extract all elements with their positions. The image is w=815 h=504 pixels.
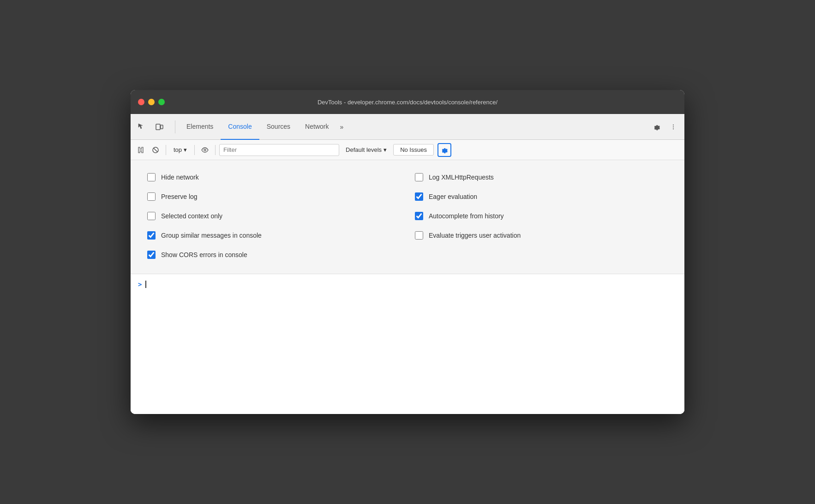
hide-network-label[interactable]: Hide network: [161, 174, 199, 181]
selected-context-checkbox[interactable]: [147, 212, 156, 220]
tabs-right-controls: [649, 120, 681, 134]
device-toggle-button[interactable]: [152, 120, 167, 134]
eager-eval-item: Eager evaluation: [408, 187, 675, 206]
traffic-lights: [138, 99, 165, 105]
group-similar-item: Group similar messages in console: [140, 226, 408, 245]
preserve-log-label[interactable]: Preserve log: [161, 193, 198, 200]
evaluate-triggers-item: Evaluate triggers user activation: [408, 226, 675, 245]
log-xml-item: Log XMLHttpRequests: [408, 168, 675, 187]
console-cursor: [145, 281, 146, 288]
group-similar-label[interactable]: Group similar messages in console: [161, 232, 262, 239]
context-selector[interactable]: top ▾: [170, 144, 191, 155]
log-xml-label[interactable]: Log XMLHttpRequests: [429, 174, 494, 181]
inspect-element-button[interactable]: [134, 120, 149, 134]
titlebar: DevTools - developer.chrome.com/docs/dev…: [131, 90, 684, 114]
filter-input[interactable]: [219, 144, 339, 156]
svg-point-2: [673, 124, 674, 125]
eager-eval-checkbox[interactable]: [415, 192, 423, 201]
group-similar-checkbox[interactable]: [147, 231, 156, 240]
toolbar-divider-1: [166, 145, 166, 155]
selected-context-item: Selected context only: [140, 206, 408, 226]
toolbar-icons: [134, 120, 167, 134]
eager-eval-label[interactable]: Eager evaluation: [429, 193, 477, 200]
svg-rect-1: [161, 125, 163, 129]
no-issues-button[interactable]: No Issues: [393, 144, 434, 156]
tabs-bar: Elements Console Sources Network »: [131, 114, 684, 140]
svg-line-8: [154, 148, 158, 152]
settings-left-column: Hide network Preserve log Selected conte…: [140, 168, 408, 264]
console-toolbar: top ▾ Default levels ▾ No Issues: [131, 140, 684, 160]
settings-grid: Hide network Preserve log Selected conte…: [131, 160, 684, 274]
eye-button[interactable]: [198, 144, 211, 156]
tab-divider: [175, 120, 175, 133]
selected-context-label[interactable]: Selected context only: [161, 212, 222, 220]
tab-console[interactable]: Console: [221, 114, 259, 140]
settings-right-column: Log XMLHttpRequests Eager evaluation Aut…: [408, 168, 675, 264]
log-levels-button[interactable]: Default levels ▾: [341, 144, 391, 155]
svg-point-9: [204, 149, 206, 151]
preserve-log-checkbox[interactable]: [147, 192, 156, 201]
console-output-area: [131, 294, 684, 414]
log-xml-checkbox[interactable]: [415, 173, 423, 181]
svg-point-3: [673, 126, 674, 127]
autocomplete-history-checkbox[interactable]: [415, 212, 423, 220]
window-title: DevTools - developer.chrome.com/docs/dev…: [318, 99, 497, 106]
settings-panel: Hide network Preserve log Selected conte…: [131, 160, 684, 414]
clear-console-button[interactable]: [134, 144, 147, 156]
toolbar-divider-2: [194, 145, 195, 155]
svg-point-4: [673, 128, 674, 129]
tab-sources[interactable]: Sources: [259, 114, 298, 140]
evaluate-triggers-checkbox[interactable]: [415, 231, 423, 240]
settings-button[interactable]: [649, 120, 664, 134]
tab-network[interactable]: Network: [298, 114, 336, 140]
devtools-window: DevTools - developer.chrome.com/docs/dev…: [131, 90, 684, 414]
close-button[interactable]: [138, 99, 144, 105]
preserve-log-item: Preserve log: [140, 187, 408, 206]
show-cors-label[interactable]: Show CORS errors in console: [161, 251, 247, 258]
minimize-button[interactable]: [148, 99, 155, 105]
devtools-panel: Elements Console Sources Network »: [131, 114, 684, 414]
show-cors-item: Show CORS errors in console: [140, 245, 408, 264]
more-tabs-button[interactable]: »: [336, 123, 347, 131]
hide-network-checkbox[interactable]: [147, 173, 156, 181]
autocomplete-history-label[interactable]: Autocomplete from history: [429, 212, 504, 220]
show-cors-checkbox[interactable]: [147, 251, 156, 259]
settings-active-button[interactable]: [437, 143, 451, 157]
toolbar-divider-3: [215, 145, 216, 155]
hide-network-item: Hide network: [140, 168, 408, 187]
svg-rect-0: [156, 124, 160, 130]
block-icon-button[interactable]: [149, 144, 162, 156]
console-prompt: >: [138, 281, 142, 288]
more-options-button[interactable]: [666, 120, 681, 134]
evaluate-triggers-label[interactable]: Evaluate triggers user activation: [429, 232, 521, 239]
maximize-button[interactable]: [158, 99, 165, 105]
console-input-area: >: [131, 274, 684, 294]
autocomplete-history-item: Autocomplete from history: [408, 206, 675, 226]
tab-elements[interactable]: Elements: [179, 114, 221, 140]
